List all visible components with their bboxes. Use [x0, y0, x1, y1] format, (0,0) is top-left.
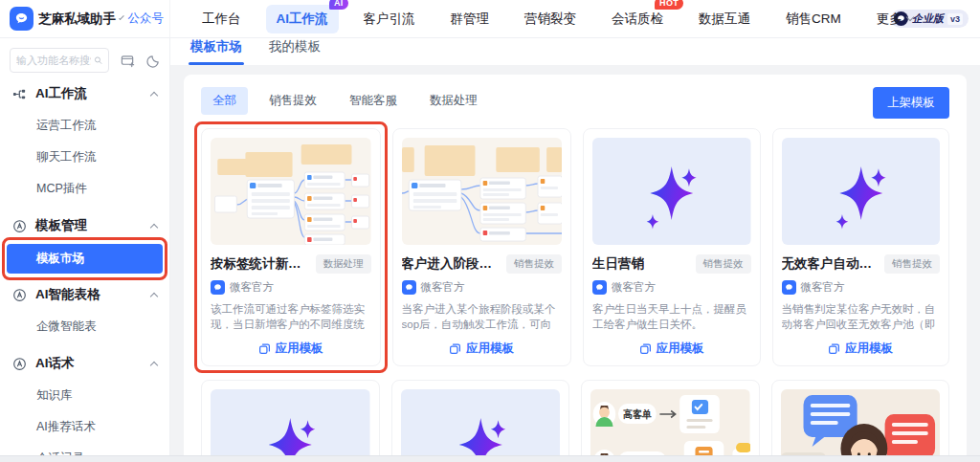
ai-script-icon: [12, 357, 27, 371]
ai-sparkle-thumbnail: [782, 138, 941, 245]
template-card-partial[interactable]: [771, 380, 950, 462]
card-description: 当销售判定某位客户无效时，自动将客户回收至无效客户池（即可以走在职继承操作，将.…: [782, 301, 941, 332]
app-title: 芝麻私域助手: [38, 11, 116, 28]
workflow-icon: [12, 87, 27, 101]
filter-data[interactable]: 数据处理: [418, 87, 489, 115]
sidebar-item-ops-workflow[interactable]: 运营工作流: [0, 110, 169, 142]
template-market-panel: 全部 销售提效 智能客服 数据处理 上架模板: [184, 75, 967, 462]
template-card-partial[interactable]: [201, 380, 380, 462]
workflow-diagram-thumbnail: [211, 138, 371, 245]
sidebar-section-ai-table[interactable]: AI智能表格: [0, 278, 169, 311]
card-title: 生日营销: [592, 255, 644, 273]
nav-item-group-management[interactable]: 群管理: [440, 5, 501, 33]
nav-item-ai-workflow[interactable]: AI工作流 AI: [266, 5, 339, 33]
sidebar-item-template-market[interactable]: 模板市场: [7, 244, 163, 274]
card-source: 微客官方: [612, 280, 656, 295]
source-chat-icon: [592, 280, 607, 295]
filter-sales[interactable]: 销售提效: [257, 87, 328, 115]
template-card-partial[interactable]: 高客单 企业采购: [581, 380, 760, 462]
collapse-chevron-icon: [150, 361, 158, 368]
new-panel-icon[interactable]: [121, 52, 135, 69]
card-category-badge: 销售提效: [506, 254, 562, 274]
sidebar-item-ai-recommend-script[interactable]: AI推荐话术: [0, 411, 169, 443]
source-chat-icon: [782, 280, 796, 295]
template-card-tag-stats[interactable]: 按标签统计新客户维度 数据处理 微客官方 该工作流可通过客户标签筛选实现，当日新…: [201, 128, 381, 366]
nav-item-data-connect[interactable]: 数据互通: [688, 5, 761, 33]
card-category-badge: 数据处理: [316, 254, 371, 274]
search-input[interactable]: [16, 55, 91, 66]
sidebar-item-mcp-plugin[interactable]: MCP插件: [0, 173, 169, 205]
apply-template-button[interactable]: 应用模板: [211, 341, 371, 357]
card-description: 客户生日当天早上十点，提醒员工给客户做生日关怀。: [592, 301, 751, 332]
sidebar-item-knowledge-base[interactable]: 知识库: [0, 380, 169, 411]
official-account-link[interactable]: 公众号: [128, 11, 165, 27]
dark-mode-moon-icon[interactable]: [146, 52, 161, 69]
collapse-chevron-icon: [150, 292, 158, 299]
template-card-stage-push[interactable]: 客户进入阶段触发推送 销售提效 微客官方 当客户进入某个旅程阶段或某个sop后，…: [392, 128, 572, 366]
nav-item-chat-inspection[interactable]: 会话质检 HOT: [601, 5, 674, 33]
top-nav: 芝麻私域助手 公众号 工作台 AI工作流 AI 客户引流 群管理 营销裂变 会话…: [0, 0, 980, 38]
support-agent-thumbnail: [781, 389, 941, 462]
window-bottom-edge: [0, 455, 980, 462]
procurement-flow-thumbnail: 高客单 企业采购: [590, 389, 750, 462]
source-chat-icon: [211, 280, 225, 295]
sidebar-section-ai-script[interactable]: AI话术: [0, 347, 169, 380]
app-logo-icon: [10, 7, 33, 31]
ai-sparkle-thumbnail: [211, 389, 370, 462]
nav-item-sales-crm[interactable]: 销售CRM: [775, 5, 852, 33]
card-description: 当客户进入某个旅程阶段或某个sop后，自动触发工作流，可向客户推送群发、编辑资料…: [402, 301, 563, 332]
collapse-chevron-icon: [150, 223, 158, 231]
card-title: 客户进入阶段触发推送: [402, 255, 501, 273]
card-category-badge: 销售提效: [696, 254, 751, 274]
nav-menu: 工作台 AI工作流 AI 客户引流 群管理 营销裂变 会话质检 HOT 数据互通…: [170, 5, 891, 33]
nav-item-more[interactable]: 更多: [866, 5, 924, 33]
search-icon: [94, 55, 102, 66]
apply-copy-icon: [639, 342, 652, 355]
sidebar-item-chat-workflow[interactable]: 聊天工作流: [0, 142, 169, 173]
apply-copy-icon: [828, 342, 840, 355]
brand[interactable]: 芝麻私域助手 公众号: [0, 0, 170, 37]
svg-text:高客单: 高客单: [623, 408, 652, 421]
workflow-diagram-thumbnail: [402, 138, 563, 245]
tab-bar: 模板市场 我的模板: [170, 38, 980, 65]
template-card-invalid-recycle[interactable]: 无效客户自动回收 销售提效 微客官方 当销售判定某位客户无效时，自动将客户回收至…: [772, 128, 950, 366]
filter-chips: 全部 销售提效 智能客服 数据处理: [201, 87, 949, 115]
edition-version: v3: [947, 13, 963, 25]
template-card-birthday[interactable]: 生日营销 销售提效 微客官方 客户生日当天早上十点，提醒员工给客户做生日关怀。 …: [583, 128, 761, 366]
nav-item-marketing-fission[interactable]: 营销裂变: [514, 5, 587, 33]
nav-item-customer-acquisition[interactable]: 客户引流: [353, 5, 426, 33]
card-title: 无效客户自动回收: [782, 255, 880, 273]
apply-template-button[interactable]: 应用模板: [402, 341, 563, 357]
card-category-badge: 销售提效: [884, 254, 940, 274]
filter-all[interactable]: 全部: [201, 87, 248, 115]
chevron-down-icon: [906, 13, 914, 21]
ai-sparkle-thumbnail: [592, 138, 751, 245]
collapse-chevron-icon: [150, 91, 158, 99]
card-description: 该工作流可通过客户标签筛选实现，当日新增客户的不同维度统计: [211, 301, 371, 332]
chevron-down-icon: [119, 14, 123, 19]
card-title: 按标签统计新客户维度: [211, 255, 310, 273]
apply-copy-icon: [258, 342, 271, 355]
template-icon: [12, 219, 27, 233]
source-chat-icon: [402, 280, 416, 295]
apply-template-button[interactable]: 应用模板: [592, 341, 751, 357]
nav-item-workbench[interactable]: 工作台: [191, 5, 252, 33]
hot-badge: HOT: [655, 0, 683, 10]
sidebar-search[interactable]: [10, 48, 109, 73]
filter-service[interactable]: 智能客服: [338, 87, 409, 115]
card-source: 微客官方: [421, 280, 465, 295]
smart-table-icon: [12, 288, 27, 302]
sidebar-item-wecom-smart-table[interactable]: 企微智能表: [0, 311, 169, 342]
sidebar-section-ai-workflow[interactable]: AI工作流: [0, 77, 169, 110]
apply-template-button[interactable]: 应用模板: [782, 341, 941, 357]
sidebar-section-template-mgmt[interactable]: 模板管理: [0, 209, 169, 242]
ai-badge: AI: [329, 0, 348, 10]
card-source: 微客官方: [801, 280, 845, 295]
publish-template-button[interactable]: 上架模板: [873, 87, 949, 119]
template-card-partial[interactable]: [391, 380, 570, 462]
apply-copy-icon: [449, 342, 461, 355]
card-source: 微客官方: [230, 280, 274, 295]
ai-sparkle-thumbnail: [401, 389, 561, 462]
tab-my-templates[interactable]: 我的模板: [269, 38, 321, 65]
tab-template-market[interactable]: 模板市场: [190, 38, 242, 65]
